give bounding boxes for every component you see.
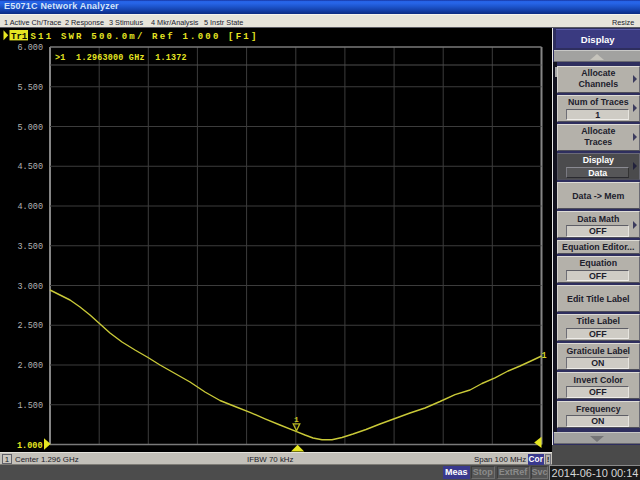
svg-text:Tr1: Tr1 xyxy=(11,32,28,42)
svg-text:2.500: 2.500 xyxy=(17,321,43,331)
svg-text:4.500: 4.500 xyxy=(17,162,43,172)
svg-text:3.000: 3.000 xyxy=(17,282,43,292)
svg-text:2.000: 2.000 xyxy=(17,361,43,371)
svg-text:5.500: 5.500 xyxy=(17,83,43,93)
svg-text:4.000: 4.000 xyxy=(17,202,43,212)
svg-text:1: 1 xyxy=(542,351,547,361)
svg-text:S11 SWR 500.0m/ Ref 1.000 [F1]: S11 SWR 500.0m/ Ref 1.000 [F1] xyxy=(31,32,259,42)
svg-text:6.000: 6.000 xyxy=(17,43,43,53)
svg-text:1.000: 1.000 xyxy=(17,441,43,451)
svg-text:>1 1.2963000 GHz 1.1372: >1 1.2963000 GHz 1.1372 xyxy=(55,53,187,63)
svg-text:3.500: 3.500 xyxy=(17,242,43,252)
svg-text:5.000: 5.000 xyxy=(17,123,43,133)
svg-text:1: 1 xyxy=(294,415,299,424)
svg-text:1.500: 1.500 xyxy=(17,401,43,411)
